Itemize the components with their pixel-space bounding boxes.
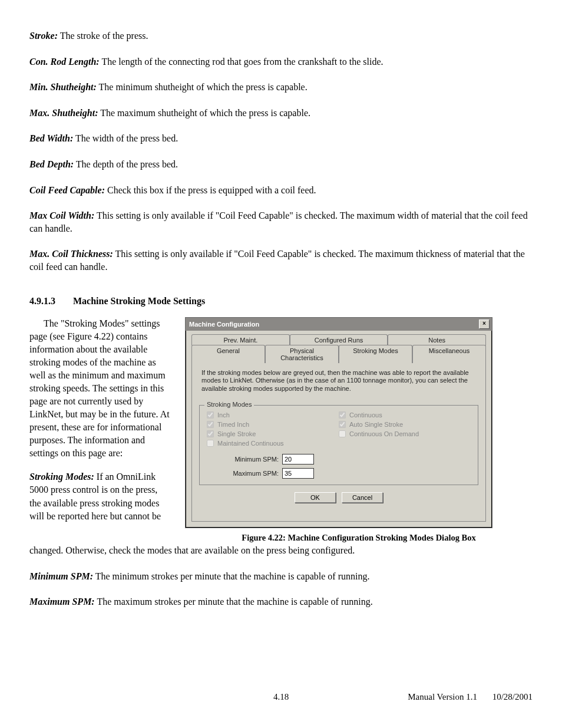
chk-maintained-continuous[interactable]: Maintained Continuous xyxy=(207,440,339,447)
def-coil-feed: Coil Feed Capable: Check this box if the… xyxy=(29,184,533,197)
tab-panel-stroking-modes: If the stroking modes below are greyed o… xyxy=(191,363,486,522)
checkbox-icon[interactable] xyxy=(207,440,214,447)
checkbox-icon[interactable] xyxy=(339,430,346,437)
section-heading: 4.9.1.3Machine Stroking Mode Settings xyxy=(29,296,533,307)
chk-single-stroke[interactable]: Single Stroke xyxy=(207,430,339,437)
min-spm-label: Minimum SPM: xyxy=(207,456,279,463)
checkbox-icon[interactable] xyxy=(207,430,214,437)
dialog-title: Machine Configuration xyxy=(189,321,259,328)
manual-date: 10/28/2001 xyxy=(492,692,533,701)
max-spm-label: Maximum SPM: xyxy=(207,470,279,477)
checkbox-icon[interactable] xyxy=(207,411,214,419)
chk-timed-inch[interactable]: Timed Inch xyxy=(207,421,339,428)
panel-info-text: If the stroking modes below are greyed o… xyxy=(199,369,478,393)
tab-prev-maint[interactable]: Prev. Maint. xyxy=(191,334,290,345)
intro-paragraph: The "Stroking Modes" settings page (see … xyxy=(29,317,171,460)
cancel-button[interactable]: Cancel xyxy=(342,492,383,503)
def-max-spm: Maximum SPM: The maximum strokes per min… xyxy=(29,595,533,608)
tab-configured-runs[interactable]: Configured Runs xyxy=(290,334,388,345)
min-spm-input[interactable] xyxy=(282,454,314,465)
ok-button[interactable]: OK xyxy=(295,492,336,503)
def-bed-width: Bed Width: The width of the press bed. xyxy=(29,132,533,145)
fieldset-legend: Stroking Modes xyxy=(204,401,254,408)
page-number: 4.18 xyxy=(273,692,289,702)
chk-continuous[interactable]: Continuous xyxy=(339,411,471,419)
checkbox-icon[interactable] xyxy=(207,421,214,428)
close-icon[interactable]: × xyxy=(479,319,490,329)
checkbox-icon[interactable] xyxy=(339,411,346,419)
def-max-coil-width: Max Coil Width: This setting is only ava… xyxy=(29,209,533,235)
def-max-coil-thick: Max. Coil Thickness: This setting is onl… xyxy=(29,248,533,273)
chk-auto-single-stroke[interactable]: Auto Single Stroke xyxy=(339,421,471,428)
def-bed-depth: Bed Depth: The depth of the press bed. xyxy=(29,158,533,171)
def-max-shutheight: Max. Shutheight: The maximum shutheight … xyxy=(29,107,533,120)
after-figure-para: changed. Otherwise, check the modes that… xyxy=(29,544,533,557)
dialog-titlebar[interactable]: Machine Configuration × xyxy=(186,318,492,331)
stroking-modes-para: Stroking Modes: If an OmniLink 5000 pres… xyxy=(29,470,171,522)
tab-notes[interactable]: Notes xyxy=(388,334,486,345)
def-min-spm: Minimum SPM: The minimum strokes per min… xyxy=(29,570,533,583)
tab-physical-characteristics[interactable]: Physical Characteristics xyxy=(265,345,339,363)
tab-miscellaneous[interactable]: Miscellaneous xyxy=(412,345,486,363)
max-spm-input[interactable] xyxy=(282,468,314,479)
checkbox-icon[interactable] xyxy=(339,421,346,428)
tab-general[interactable]: General xyxy=(191,345,265,363)
manual-version: Manual Version 1.1 xyxy=(408,692,477,701)
def-min-shutheight: Min. Shutheight: The minimum shutheight … xyxy=(29,81,533,94)
tab-stroking-modes[interactable]: Stroking Modes xyxy=(339,345,412,363)
chk-continuous-on-demand[interactable]: Continuous On Demand xyxy=(339,430,471,437)
def-conrod: Con. Rod Length: The length of the conne… xyxy=(29,55,533,68)
chk-inch[interactable]: Inch xyxy=(207,411,339,419)
page-footer: 4.18 Manual Version 1.1 10/28/2001 xyxy=(29,692,533,702)
stroking-modes-fieldset: Stroking Modes Inch Continuous Timed Inc… xyxy=(199,405,478,485)
figure-caption: Figure 4.22: Machine Configuration Strok… xyxy=(185,533,533,543)
machine-configuration-dialog: Machine Configuration × Prev. Maint. Con… xyxy=(185,317,492,528)
def-stroke: Stroke: The stroke of the press. xyxy=(29,29,533,42)
